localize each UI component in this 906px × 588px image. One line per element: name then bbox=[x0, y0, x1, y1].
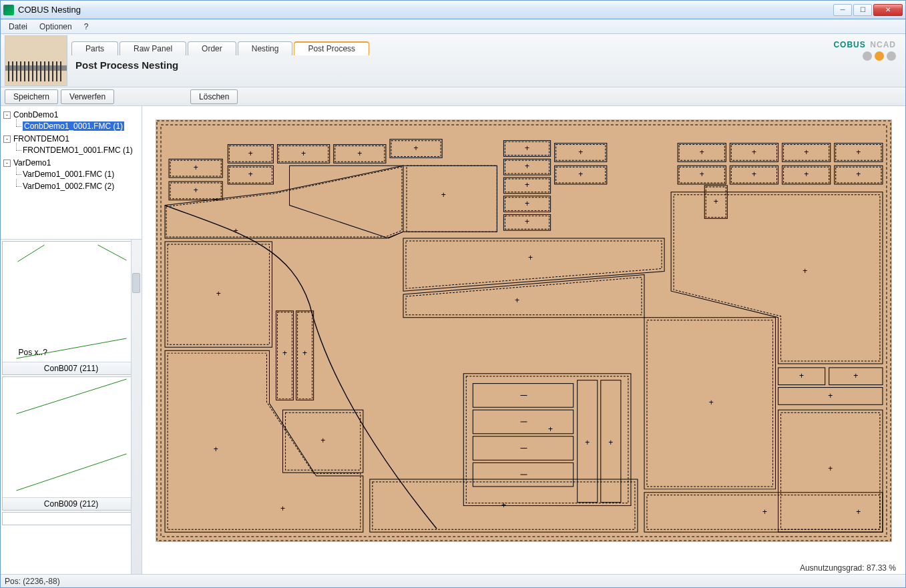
svg-text:+: + bbox=[804, 170, 809, 179]
module-thumbnail bbox=[5, 35, 67, 86]
svg-text:+: + bbox=[194, 186, 198, 195]
svg-text:+: + bbox=[194, 163, 198, 172]
minimize-button[interactable]: ─ bbox=[833, 4, 852, 16]
tree-leaf[interactable]: ConbDemo1_0001.FMC (1) bbox=[13, 120, 140, 132]
svg-text:+: + bbox=[856, 507, 861, 517]
svg-text:+: + bbox=[856, 148, 861, 157]
tree-leaf[interactable]: VarDemo1_0001.FMC (1) bbox=[13, 168, 140, 180]
tree-label: FRONTDEMO1_0001.FMC (1) bbox=[23, 145, 133, 155]
preview-item[interactable]: Pos x..? ConB007 (211) bbox=[2, 241, 140, 375]
svg-text:+: + bbox=[525, 143, 529, 153]
tree-leaf[interactable]: VarDemo1_0002.FMC (2) bbox=[13, 180, 140, 192]
svg-text:+: + bbox=[752, 148, 756, 157]
collapse-icon[interactable]: - bbox=[3, 160, 11, 167]
preview-item[interactable] bbox=[2, 512, 140, 525]
svg-text:+: + bbox=[501, 501, 506, 510]
svg-text:+: + bbox=[585, 438, 590, 447]
svg-text:+: + bbox=[608, 438, 613, 447]
svg-text:+: + bbox=[280, 504, 285, 513]
tree-leaf[interactable]: FRONTDEMO1_0001.FMC (1) bbox=[13, 144, 140, 156]
close-button[interactable]: ✕ bbox=[873, 4, 903, 16]
nesting-canvas[interactable]: ++ ++ +++ +++++ ++ +++ ++ ++ ++ ++ + ++ … bbox=[142, 106, 905, 562]
tab-order[interactable]: Order bbox=[188, 41, 236, 55]
svg-text:+: + bbox=[214, 445, 218, 454]
svg-text:+: + bbox=[828, 391, 833, 400]
svg-text:+: + bbox=[216, 289, 221, 298]
tab-post-process[interactable]: Post Process bbox=[294, 41, 369, 55]
maximize-button[interactable]: ☐ bbox=[853, 4, 872, 16]
svg-text:+: + bbox=[320, 436, 325, 445]
svg-text:+: + bbox=[414, 143, 419, 153]
preview-label: ConB007 (211) bbox=[3, 362, 140, 374]
svg-text:+: + bbox=[804, 148, 809, 157]
svg-text:+: + bbox=[828, 464, 833, 473]
menu-help[interactable]: ? bbox=[79, 21, 94, 33]
status-dot bbox=[863, 51, 872, 61]
tree-label: VarDemo1_0001.FMC (1) bbox=[23, 170, 114, 179]
svg-text:+: + bbox=[856, 170, 861, 179]
status-bar: Pos: (2236,-88) bbox=[1, 574, 905, 587]
preview-label: ConB009 (212) bbox=[3, 497, 140, 510]
tree-label: ConbDemo1_0001.FMC (1) bbox=[23, 121, 124, 131]
svg-text:+: + bbox=[248, 149, 253, 158]
tree-label: FRONTDEMO1 bbox=[13, 134, 69, 143]
svg-text:+: + bbox=[799, 371, 804, 380]
tab-bar: Parts Raw Panel Order Nesting Post Proce… bbox=[71, 38, 369, 55]
svg-text:+: + bbox=[752, 170, 756, 179]
utilization-label: Ausnutzungsgrad: 87.33 % bbox=[800, 563, 896, 573]
file-tree[interactable]: -ConbDemo1 ConbDemo1_0001.FMC (1) -FRONT… bbox=[1, 106, 142, 240]
tree-node[interactable]: -FRONTDEMO1 FRONTDEMO1_0001.FMC (1) bbox=[3, 133, 140, 157]
window-title: COBUS Nesting bbox=[18, 5, 833, 15]
svg-text:+: + bbox=[525, 218, 529, 227]
status-dot bbox=[887, 51, 896, 61]
svg-text:+: + bbox=[578, 170, 583, 179]
svg-text:+: + bbox=[357, 149, 362, 158]
svg-text:+: + bbox=[700, 148, 704, 157]
preview-list[interactable]: Pos x..? ConB007 (211) ConB009 (212) bbox=[1, 240, 142, 574]
svg-text:+: + bbox=[525, 162, 529, 171]
svg-text:+: + bbox=[578, 148, 583, 157]
menu-options[interactable]: Optionen bbox=[34, 21, 77, 33]
status-dots bbox=[863, 51, 896, 61]
header-strip: Parts Raw Panel Order Nesting Post Proce… bbox=[1, 34, 905, 87]
collapse-icon[interactable]: - bbox=[3, 111, 11, 119]
left-panel: -ConbDemo1 ConbDemo1_0001.FMC (1) -FRONT… bbox=[1, 106, 142, 574]
svg-text:+: + bbox=[302, 348, 307, 358]
tab-parts[interactable]: Parts bbox=[71, 41, 118, 55]
action-toolbar: Speichern Verwerfen Löschen bbox=[1, 87, 905, 106]
discard-button[interactable]: Verwerfen bbox=[61, 89, 114, 104]
page-title: Post Process Nesting bbox=[75, 59, 178, 71]
svg-text:+: + bbox=[525, 199, 529, 208]
svg-text:+: + bbox=[301, 149, 306, 158]
save-button[interactable]: Speichern bbox=[5, 89, 58, 104]
brand-logo: COBUS NCAD bbox=[833, 35, 896, 51]
svg-text:+: + bbox=[282, 348, 287, 358]
svg-text:+: + bbox=[515, 296, 519, 305]
body: -ConbDemo1 ConbDemo1_0001.FMC (1) -FRONT… bbox=[1, 106, 905, 574]
svg-text:+: + bbox=[714, 197, 718, 206]
collapse-icon[interactable]: - bbox=[3, 135, 11, 143]
svg-text:Pos x..?: Pos x..? bbox=[19, 348, 48, 357]
svg-text:+: + bbox=[803, 266, 807, 276]
menu-file[interactable]: Datei bbox=[3, 21, 33, 33]
svg-text:+: + bbox=[700, 170, 704, 179]
svg-text:+: + bbox=[525, 180, 529, 190]
canvas-panel: ++ ++ +++ +++++ ++ +++ ++ ++ ++ ++ + ++ … bbox=[142, 106, 905, 574]
preview-item[interactable]: ConB009 (212) bbox=[2, 376, 140, 511]
tab-nesting[interactable]: Nesting bbox=[238, 41, 293, 55]
tree-node[interactable]: -ConbDemo1 ConbDemo1_0001.FMC (1) bbox=[3, 109, 140, 133]
svg-text:+: + bbox=[528, 253, 533, 262]
delete-button[interactable]: Löschen bbox=[190, 89, 238, 104]
app-icon bbox=[3, 5, 14, 15]
svg-text:+: + bbox=[762, 507, 767, 517]
title-bar: COBUS Nesting ─ ☐ ✕ bbox=[1, 1, 905, 19]
svg-text:+: + bbox=[548, 424, 553, 434]
tab-raw-panel[interactable]: Raw Panel bbox=[120, 41, 186, 55]
app-window: COBUS Nesting ─ ☐ ✕ Datei Optionen ? Par… bbox=[0, 0, 906, 588]
svg-text:+: + bbox=[234, 226, 238, 236]
svg-text:+: + bbox=[853, 371, 858, 380]
svg-text:+: + bbox=[441, 190, 446, 200]
tree-node[interactable]: -VarDemo1 VarDemo1_0001.FMC (1) VarDemo1… bbox=[3, 157, 140, 193]
svg-text:+: + bbox=[248, 170, 253, 179]
menu-bar: Datei Optionen ? bbox=[1, 19, 905, 34]
